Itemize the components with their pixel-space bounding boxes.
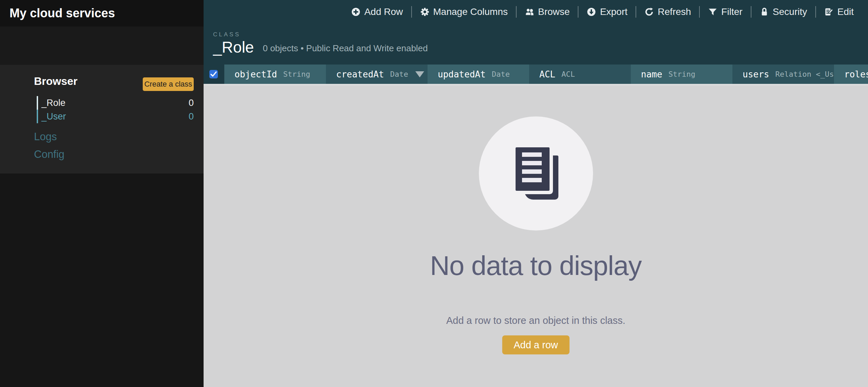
gear-icon — [420, 7, 430, 17]
class-name: _User — [41, 111, 66, 122]
filter-toolbar-button[interactable]: Filter — [708, 6, 742, 17]
sort-desc-icon[interactable] — [415, 71, 424, 77]
column-header-createdat[interactable]: createdAt Date — [326, 64, 428, 84]
create-class-button[interactable]: Create a class — [143, 77, 194, 91]
main-content: Add Row Manage Columns — [204, 0, 868, 387]
add-circle-icon — [351, 7, 361, 17]
sidebar-browser-panel: Browser Create a class _Role 0 _User 0 L… — [0, 65, 204, 173]
column-type: Date — [492, 70, 510, 78]
column-type: Relation <_Use… — [775, 70, 834, 78]
sidebar-item-config[interactable]: Config — [34, 148, 65, 161]
toolbar-label: Browse — [538, 6, 570, 17]
column-type: ACL — [561, 70, 575, 78]
sidebar-class-role[interactable]: _Role 0 — [37, 96, 194, 110]
add-row-button[interactable]: Add a row — [502, 335, 570, 354]
column-name: users — [743, 69, 769, 79]
toolbar-label: Security — [773, 6, 807, 17]
sidebar-item-browser[interactable]: Browser — [34, 75, 77, 88]
column-header-name[interactable]: name String — [631, 64, 732, 84]
sidebar-class-user[interactable]: _User 0 — [37, 110, 194, 123]
sidebar: My cloud services Core Browser Create a … — [0, 0, 204, 387]
empty-state-title: No data to display — [204, 250, 868, 281]
browse-toolbar-button[interactable]: Browse — [525, 6, 570, 17]
toolbar-separator — [516, 6, 517, 18]
documents-icon — [516, 147, 550, 191]
toolbar-separator — [699, 6, 700, 18]
grid-top-strip — [204, 84, 868, 86]
lock-icon — [760, 7, 769, 17]
parse-dashboard: My cloud services Core Browser Create a … — [0, 0, 868, 387]
toolbar-separator — [636, 6, 636, 18]
add-row-toolbar-button[interactable]: Add Row — [351, 6, 403, 17]
check-icon — [210, 71, 217, 77]
security-toolbar-button[interactable]: Security — [760, 6, 807, 17]
toolbar: Add Row Manage Columns — [204, 0, 868, 24]
class-count: 0 — [189, 98, 194, 108]
app-title: My cloud services — [0, 0, 204, 26]
data-grid: No data to display Add a row to store an… — [204, 84, 868, 387]
column-name: name — [641, 69, 662, 79]
column-header-roles[interactable]: roles — [834, 64, 868, 84]
download-circle-icon — [587, 7, 596, 17]
class-header: CLASS _Role 0 objects • Public Read and … — [213, 31, 428, 56]
select-all-cell — [204, 64, 224, 84]
filter-icon — [708, 7, 717, 17]
export-toolbar-button[interactable]: Export — [587, 6, 627, 17]
toolbar-label: Filter — [721, 6, 742, 17]
toolbar-label: Add Row — [364, 6, 403, 17]
column-name: objectId — [235, 69, 277, 79]
column-name: ACL — [539, 69, 555, 79]
manage-columns-toolbar-button[interactable]: Manage Columns — [420, 6, 508, 17]
table-header-row: objectId String createdAt Date updatedAt… — [204, 64, 868, 84]
class-name: _Role — [41, 98, 66, 108]
class-subtitle: 0 objects • Public Read and Write enable… — [263, 43, 428, 56]
toolbar-label: Refresh — [658, 6, 691, 17]
select-all-checkbox[interactable] — [209, 70, 218, 78]
class-count: 0 — [189, 111, 194, 122]
class-list: _Role 0 _User 0 — [37, 96, 194, 123]
column-name: roles — [844, 69, 868, 79]
sidebar-item-logs[interactable]: Logs — [34, 131, 57, 143]
edit-toolbar-button[interactable]: Edit — [824, 6, 854, 17]
column-type: String — [669, 70, 695, 78]
column-name: updatedAt — [438, 69, 486, 79]
toolbar-separator — [578, 6, 578, 18]
refresh-icon — [644, 7, 654, 17]
toolbar-separator — [751, 6, 751, 18]
empty-state-badge — [479, 116, 593, 231]
toolbar-separator — [411, 6, 412, 18]
people-icon — [525, 7, 534, 17]
edit-icon — [824, 7, 834, 17]
column-header-objectid[interactable]: objectId String — [224, 64, 326, 84]
class-kicker: CLASS — [213, 31, 428, 38]
column-header-acl[interactable]: ACL ACL — [529, 64, 631, 84]
column-type: String — [283, 70, 310, 78]
column-name: createdAt — [336, 69, 384, 79]
refresh-toolbar-button[interactable]: Refresh — [644, 6, 691, 17]
empty-state-caption: Add a row to store an object in this cla… — [204, 315, 868, 326]
toolbar-label: Export — [600, 6, 627, 17]
column-header-users[interactable]: users Relation <_Use… — [732, 64, 834, 84]
column-type: Date — [390, 70, 408, 78]
toolbar-label: Edit — [837, 6, 854, 17]
sidebar-item-core[interactable]: Core — [0, 26, 204, 65]
column-header-updatedat[interactable]: updatedAt Date — [428, 64, 529, 84]
page-title: _Role — [213, 39, 254, 56]
toolbar-label: Manage Columns — [433, 6, 508, 17]
toolbar-separator — [815, 6, 816, 18]
